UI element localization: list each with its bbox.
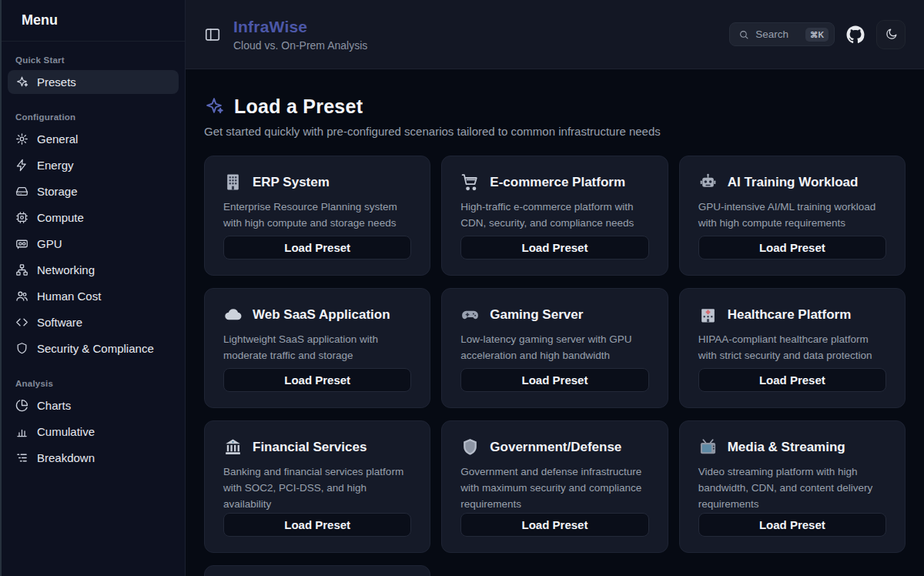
main-column: InfraWise Cloud vs. On-Prem Analysis Sea…	[186, 0, 924, 576]
load-preset-button[interactable]: Load Preset	[223, 368, 411, 392]
sidebar-section-label: Quick Start	[8, 52, 179, 70]
sidebar-item-storage[interactable]: Storage	[8, 179, 179, 203]
preset-description: High-traffic e-commerce platform with CD…	[460, 199, 648, 232]
sidebar-item-presets[interactable]: Presets	[8, 70, 179, 94]
sidebar-section: AnalysisChartsCumulativeBreakdown	[8, 376, 179, 470]
sidebar-item-label: Security & Compliance	[37, 342, 154, 355]
sidebar-section-label: Analysis	[8, 376, 179, 393]
network-icon	[15, 263, 28, 276]
users-icon	[15, 290, 28, 303]
load-preset-button[interactable]: Load Preset	[698, 236, 886, 260]
app-header: InfraWise Cloud vs. On-Prem Analysis Sea…	[186, 0, 924, 69]
preset-card-title-row: Government/Defense	[460, 437, 648, 457]
sidebar-toggle-icon[interactable]	[204, 26, 221, 43]
sidebar-item-security-compliance[interactable]: Security & Compliance	[8, 337, 179, 360]
search-shortcut-badge: ⌘K	[805, 28, 829, 42]
preset-description: Enterprise Resource Planning system with…	[223, 199, 411, 232]
preset-card-title-row: ERP System	[223, 172, 411, 192]
sidebar-item-breakdown[interactable]: Breakdown	[8, 446, 179, 470]
shield-icon	[15, 342, 28, 355]
theme-toggle-button[interactable]	[876, 20, 906, 49]
sidebar-item-label: Cumulative	[37, 425, 95, 438]
header-actions: Search ⌘K	[729, 20, 906, 49]
sidebar-item-cumulative[interactable]: Cumulative	[8, 420, 179, 444]
sidebar-item-human-cost[interactable]: Human Cost	[8, 284, 179, 308]
bank-icon	[223, 437, 243, 457]
load-preset-button[interactable]: Load Preset	[698, 513, 886, 537]
sidebar-nav: Quick StartPresetsConfigurationGeneralEn…	[2, 42, 185, 485]
preset-title: Government/Defense	[490, 440, 621, 455]
moon-icon	[885, 28, 898, 41]
preset-card-title-row: Gaming Server	[460, 305, 648, 324]
preset-title: Media & Streaming	[728, 440, 845, 455]
preset-card-media-streaming: Media & StreamingVideo streaming platfor…	[679, 420, 906, 553]
sidebar-item-label: Breakdown	[37, 451, 95, 464]
sidebar-title: Menu	[22, 12, 58, 28]
search-placeholder: Search	[755, 28, 799, 40]
sidebar-header: Menu	[2, 0, 185, 42]
github-icon[interactable]	[846, 25, 865, 44]
sparkles-icon	[204, 96, 224, 116]
sidebar-item-gpu[interactable]: GPU	[8, 232, 179, 256]
cloud-icon	[223, 305, 243, 324]
search-input[interactable]: Search ⌘K	[729, 22, 835, 46]
search-icon	[738, 29, 749, 40]
preset-card-erp-system: ERP SystemEnterprise Resource Planning s…	[204, 156, 430, 276]
sidebar-item-label: Charts	[37, 399, 71, 412]
preset-title: E-commerce Platform	[490, 175, 625, 190]
preset-description: HIPAA-compliant healthcare platform with…	[698, 332, 886, 364]
code-icon	[15, 316, 28, 329]
cpu-icon	[15, 211, 28, 224]
preset-card-gaming-server: Gaming ServerLow-latency gaming server w…	[441, 288, 668, 408]
hard-drive-icon	[15, 185, 28, 198]
sidebar-section-label: Configuration	[8, 109, 179, 127]
sidebar-item-energy[interactable]: Energy	[8, 153, 179, 177]
preset-title: Healthcare Platform	[728, 307, 852, 323]
sidebar-item-label: GPU	[37, 237, 62, 250]
sidebar-section: Quick StartPresets	[8, 52, 179, 94]
sidebar-item-compute[interactable]: Compute	[8, 206, 179, 229]
preset-description: Video streaming platform with high bandw…	[698, 464, 886, 513]
load-preset-button[interactable]: Load Preset	[460, 368, 648, 392]
load-preset-button[interactable]: Load Preset	[223, 236, 411, 260]
shopping-cart-icon	[460, 172, 480, 192]
hospital-icon	[698, 305, 718, 324]
shield-emblem-icon	[460, 437, 480, 457]
sidebar-item-label: Networking	[37, 263, 95, 276]
sidebar-section: ConfigurationGeneralEnergyStorageCompute…	[8, 109, 179, 360]
sidebar-item-label: Compute	[37, 211, 84, 224]
preset-card-e-commerce-platform: E-commerce PlatformHigh-traffic e-commer…	[441, 156, 668, 276]
brand-block: InfraWise Cloud vs. On-Prem Analysis	[233, 18, 367, 52]
app-subtitle: Cloud vs. On-Prem Analysis	[233, 39, 367, 52]
app-window: Menu Quick StartPresetsConfigurationGene…	[0, 0, 924, 576]
sidebar-item-networking[interactable]: Networking	[8, 258, 179, 282]
load-preset-button[interactable]: Load Preset	[223, 513, 411, 537]
preset-card-healthcare-platform: Healthcare PlatformHIPAA-compliant healt…	[679, 288, 906, 408]
preset-card-title-row: AI Training Workload	[698, 172, 886, 192]
preset-card-ai-training-workload: AI Training WorkloadGPU-intensive AI/ML …	[679, 156, 906, 276]
bar-chart-icon	[15, 425, 28, 438]
preset-description: Government and defense infrastructure wi…	[460, 464, 648, 513]
preset-description: Lightweight SaaS application with modera…	[223, 332, 411, 364]
load-preset-button[interactable]: Load Preset	[698, 368, 886, 392]
zap-icon	[15, 159, 28, 172]
preset-card-web-saas-application: Web SaaS ApplicationLightweight SaaS app…	[204, 288, 430, 408]
preset-title: AI Training Workload	[728, 175, 859, 190]
preset-title: Web SaaS Application	[253, 307, 390, 323]
preset-card-title-row: Web SaaS Application	[223, 305, 411, 324]
robot-icon	[698, 172, 718, 192]
load-preset-button[interactable]: Load Preset	[460, 513, 648, 537]
load-preset-button[interactable]: Load Preset	[460, 236, 648, 260]
preset-card-financial-services: Financial ServicesBanking and financial …	[204, 420, 430, 553]
main-content: Load a Preset Get started quickly with p…	[186, 69, 924, 576]
page-heading-row: Load a Preset	[204, 95, 906, 118]
preset-title: Gaming Server	[490, 307, 583, 323]
sidebar-item-general[interactable]: General	[8, 127, 179, 151]
preset-card-title-row: E-commerce Platform	[460, 172, 648, 192]
list-tree-icon	[15, 451, 28, 464]
preset-title: ERP System	[253, 175, 330, 190]
preset-description: Low-latency gaming server with GPU accel…	[460, 332, 648, 364]
sidebar-item-software[interactable]: Software	[8, 310, 179, 334]
page-subtitle: Get started quickly with pre-configured …	[204, 125, 906, 138]
sidebar-item-charts[interactable]: Charts	[8, 393, 179, 417]
